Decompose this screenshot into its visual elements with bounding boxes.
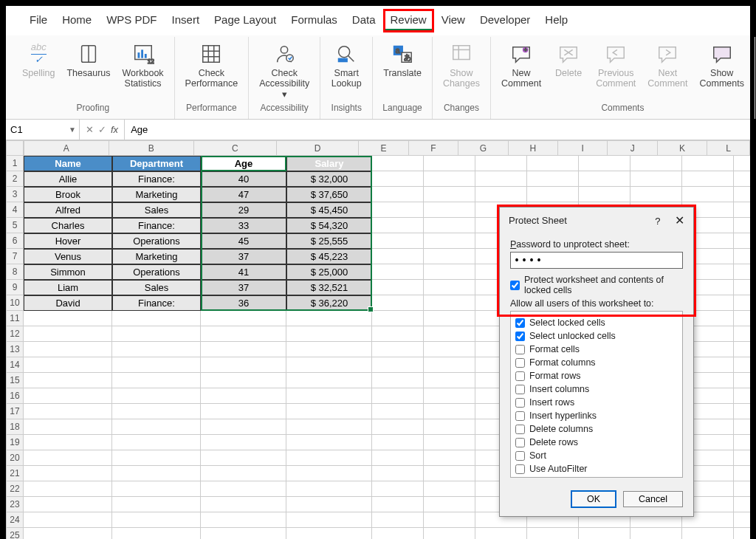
cell-I1[interactable] <box>579 156 630 171</box>
perm-checkbox-2[interactable] <box>515 345 525 354</box>
row-header-4[interactable]: 4 <box>6 202 24 218</box>
cell-B6[interactable]: Operations <box>112 233 201 249</box>
cell-L15[interactable] <box>734 373 750 388</box>
cell-E3[interactable] <box>372 187 424 202</box>
menu-tab-view[interactable]: View <box>436 10 471 31</box>
cell-B2[interactable]: Finance: <box>112 171 201 187</box>
cell-H1[interactable] <box>527 156 579 171</box>
cell-F18[interactable] <box>424 419 475 435</box>
row-header-10[interactable]: 10 <box>6 295 24 311</box>
perm-checkbox-7[interactable] <box>515 411 525 421</box>
cell-A2[interactable]: Allie <box>24 171 112 187</box>
perm-checkbox-10[interactable] <box>515 451 525 461</box>
cell-J1[interactable] <box>630 156 682 171</box>
thesaurus-button[interactable]: Thesaurus <box>62 40 114 101</box>
row-header-23[interactable]: 23 <box>6 497 24 512</box>
row-header-19[interactable]: 19 <box>6 435 24 450</box>
cell-C13[interactable] <box>201 342 286 357</box>
cell-E7[interactable] <box>372 249 424 264</box>
row-header-9[interactable]: 9 <box>6 280 24 295</box>
cell-B23[interactable] <box>112 497 201 512</box>
cell-A8[interactable]: Simmon <box>24 264 112 280</box>
cell-C8[interactable]: 41 <box>201 264 286 280</box>
perm-checkbox-3[interactable] <box>515 358 525 368</box>
cell-C9[interactable]: 37 <box>201 280 286 295</box>
formula-input[interactable]: Age <box>125 120 750 140</box>
cell-D24[interactable] <box>286 512 372 528</box>
cell-B17[interactable] <box>112 404 201 419</box>
cell-E15[interactable] <box>372 373 424 388</box>
cell-E23[interactable] <box>372 497 424 512</box>
protect-contents-checkbox[interactable] <box>510 281 520 290</box>
cell-L8[interactable] <box>734 264 750 280</box>
perm-checkbox-0[interactable] <box>515 318 525 328</box>
cell-C6[interactable]: 45 <box>201 233 286 249</box>
cell-L19[interactable] <box>734 435 750 450</box>
cell-E24[interactable] <box>372 512 424 528</box>
col-header-I[interactable]: I <box>558 140 608 156</box>
cell-C24[interactable] <box>201 512 286 528</box>
cell-G2[interactable] <box>475 171 527 187</box>
cell-B18[interactable] <box>112 419 201 435</box>
enter-icon[interactable]: ✓ <box>98 124 106 135</box>
cell-L23[interactable] <box>734 497 750 512</box>
new-comment-button[interactable]: +NewComment <box>497 40 546 101</box>
cell-A25[interactable] <box>24 528 112 539</box>
col-header-K[interactable]: K <box>658 140 707 156</box>
cell-A16[interactable] <box>24 388 112 404</box>
cancel-icon[interactable]: ✕ <box>86 124 94 135</box>
cell-A21[interactable] <box>24 466 112 481</box>
cell-F23[interactable] <box>424 497 475 512</box>
menu-tab-home[interactable]: Home <box>56 10 97 31</box>
cell-L12[interactable] <box>734 326 750 342</box>
col-header-A[interactable]: A <box>24 140 109 156</box>
cell-C14[interactable] <box>201 357 286 373</box>
cell-H25[interactable] <box>527 528 579 539</box>
cell-K1[interactable] <box>682 156 734 171</box>
row-header-21[interactable]: 21 <box>6 466 24 481</box>
cell-E19[interactable] <box>372 435 424 450</box>
menu-tab-data[interactable]: Data <box>346 10 382 31</box>
cell-E16[interactable] <box>372 388 424 404</box>
cell-B14[interactable] <box>112 357 201 373</box>
cell-J3[interactable] <box>630 187 682 202</box>
row-header-14[interactable]: 14 <box>6 357 24 373</box>
cell-C21[interactable] <box>201 466 286 481</box>
cell-A3[interactable]: Brook <box>24 187 112 202</box>
cell-E13[interactable] <box>372 342 424 357</box>
cell-D23[interactable] <box>286 497 372 512</box>
cell-L10[interactable] <box>734 295 750 311</box>
row-header-17[interactable]: 17 <box>6 404 24 419</box>
cell-D5[interactable]: $ 54,320 <box>286 218 372 233</box>
cell-F2[interactable] <box>424 171 475 187</box>
cell-L13[interactable] <box>734 342 750 357</box>
col-header-L[interactable]: L <box>707 140 750 156</box>
cell-A22[interactable] <box>24 481 112 497</box>
cell-E11[interactable] <box>372 311 424 326</box>
cell-A7[interactable]: Venus <box>24 249 112 264</box>
perm-checkbox-5[interactable] <box>515 385 525 394</box>
cell-F14[interactable] <box>424 357 475 373</box>
cell-D10[interactable]: $ 36,220 <box>286 295 372 311</box>
row-header-18[interactable]: 18 <box>6 419 24 435</box>
cell-B15[interactable] <box>112 373 201 388</box>
show-comments-button[interactable]: ShowComments <box>695 40 749 101</box>
cell-F17[interactable] <box>424 404 475 419</box>
cell-E25[interactable] <box>372 528 424 539</box>
cell-L3[interactable] <box>734 187 750 202</box>
cell-D8[interactable]: $ 25,000 <box>286 264 372 280</box>
cell-A13[interactable] <box>24 342 112 357</box>
cell-H3[interactable] <box>527 187 579 202</box>
cell-C4[interactable]: 29 <box>201 202 286 218</box>
cell-H2[interactable] <box>527 171 579 187</box>
help-icon[interactable]: ? <box>655 216 660 227</box>
row-header-22[interactable]: 22 <box>6 481 24 497</box>
perm-checkbox-1[interactable] <box>515 332 525 341</box>
cell-L20[interactable] <box>734 450 750 466</box>
row-header-24[interactable]: 24 <box>6 512 24 528</box>
cell-F7[interactable] <box>424 249 475 264</box>
cell-B12[interactable] <box>112 326 201 342</box>
workbook-statistics-button[interactable]: 123WorkbookStatistics <box>118 40 168 101</box>
cell-A18[interactable] <box>24 419 112 435</box>
cell-B9[interactable]: Sales <box>112 280 201 295</box>
